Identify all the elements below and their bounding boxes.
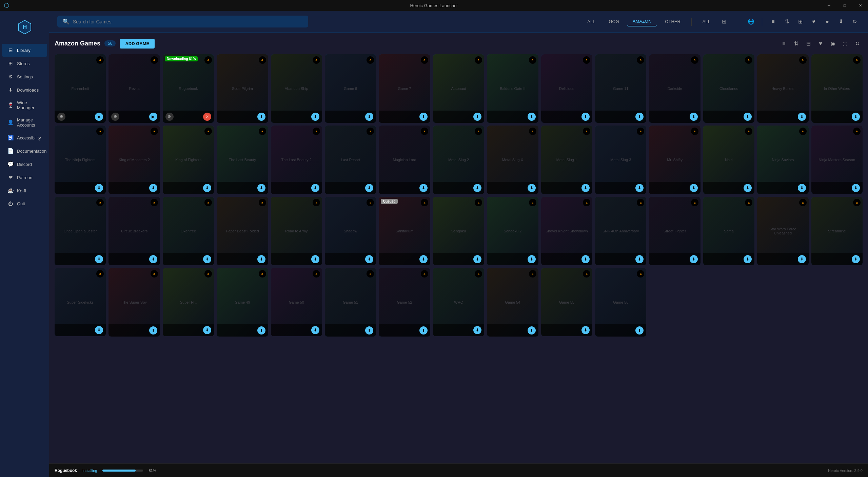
sidebar-item-quit[interactable]: ⏻Quit xyxy=(2,197,47,210)
filter-all[interactable]: ALL xyxy=(582,17,600,26)
compact-view-icon[interactable]: ⊟ xyxy=(803,38,814,49)
settings-button[interactable]: ⚙ xyxy=(165,113,174,121)
game-card[interactable]: Ninja Saviors a ⬇ xyxy=(757,126,808,194)
sidebar-item-manage-accounts[interactable]: 👤Manage Accounts xyxy=(2,114,47,131)
game-card[interactable]: Mr. Shifty a ⬇ xyxy=(649,126,700,194)
downloaded-icon[interactable]: ⬇ xyxy=(835,16,846,27)
download-button[interactable]: ⬇ xyxy=(635,113,644,121)
download-button[interactable]: ⬇ xyxy=(419,184,428,192)
download-button[interactable]: ⬇ xyxy=(311,113,319,121)
filter-other[interactable]: OTHER xyxy=(659,17,686,26)
download-button[interactable]: ⬇ xyxy=(690,255,698,263)
sidebar-item-discord[interactable]: 💬Discord xyxy=(2,158,47,171)
game-card[interactable]: Nairi a ⬇ xyxy=(703,126,754,194)
game-card[interactable]: Oxenfree a ⬇ xyxy=(163,197,214,265)
sidebar-item-library[interactable]: ⊟Library xyxy=(2,44,47,57)
game-card[interactable]: Game 52 a ⬇ xyxy=(379,268,430,337)
download-button[interactable]: ⬇ xyxy=(365,113,373,121)
filter-gog[interactable]: GOG xyxy=(603,17,624,26)
download-button[interactable]: ⬇ xyxy=(635,184,644,192)
add-game-button[interactable]: ADD GAME xyxy=(120,39,155,49)
download-button[interactable]: ⬇ xyxy=(95,326,103,334)
cancel-button[interactable]: ✕ xyxy=(203,113,211,121)
download-button[interactable]: ⬇ xyxy=(635,255,644,263)
download-button[interactable]: ⬇ xyxy=(311,255,319,263)
game-card[interactable]: Roguebook a Downloading 81% ⚙ ✕ xyxy=(163,54,214,123)
download-button[interactable]: ⬇ xyxy=(798,113,806,121)
game-card[interactable]: Sengoku 2 a ⬇ xyxy=(487,197,538,265)
sort-icon[interactable]: ⇅ xyxy=(781,16,792,27)
game-card[interactable]: Darkside a ⬇ xyxy=(649,54,700,123)
game-card[interactable]: Magician Lord a ⬇ xyxy=(379,126,430,194)
close-button[interactable]: ✕ xyxy=(852,0,868,11)
download-button[interactable]: ⬇ xyxy=(257,113,265,121)
download-button[interactable]: ⬇ xyxy=(419,326,428,335)
download-button[interactable]: ⬇ xyxy=(528,326,536,335)
sidebar-item-stores[interactable]: ⊞Stores xyxy=(2,57,47,70)
game-card[interactable]: Game 50 a ⬇ xyxy=(271,268,322,337)
download-button[interactable]: ⬇ xyxy=(419,255,428,263)
filter-amazon[interactable]: AMAZON xyxy=(627,17,657,26)
play-button[interactable]: ▶ xyxy=(149,113,157,121)
game-card[interactable]: Metal Slug 1 a ⬇ xyxy=(541,126,592,194)
game-card[interactable]: Delicious a ⬇ xyxy=(541,54,592,123)
installed-icon[interactable]: ● xyxy=(822,16,833,27)
download-button[interactable]: ⬇ xyxy=(528,113,536,121)
game-card[interactable]: Shovel Knight Showdown a ⬇ xyxy=(541,197,592,265)
download-button[interactable]: ⬇ xyxy=(581,326,590,334)
game-card[interactable]: Metal Slug 2 a ⬇ xyxy=(433,126,484,194)
download-button[interactable]: ⬇ xyxy=(852,113,860,121)
download-button[interactable]: ⬇ xyxy=(690,184,698,192)
download-button[interactable]: ⬇ xyxy=(203,326,211,334)
refresh-icon[interactable]: ↻ xyxy=(849,16,860,27)
game-card[interactable]: Revita a ⚙ ▶ xyxy=(108,54,160,123)
download-button[interactable]: ⬇ xyxy=(473,184,481,192)
game-card[interactable]: Super Sidekicks a ⬇ xyxy=(55,268,106,337)
download-button[interactable]: ⬇ xyxy=(419,113,428,121)
game-card[interactable]: Metal Slug X a ⬇ xyxy=(487,126,538,194)
sidebar-item-downloads[interactable]: ⬇Downloads xyxy=(2,83,47,96)
sidebar-item-documentation[interactable]: 📄Documentation xyxy=(2,145,47,157)
game-card[interactable]: Metal Slug 3 a ⬇ xyxy=(595,126,646,194)
download-button[interactable]: ⬇ xyxy=(149,255,157,263)
download-button[interactable]: ⬇ xyxy=(365,326,373,335)
game-card[interactable]: Game 7 a ⬇ xyxy=(379,54,430,123)
download-button[interactable]: ⬇ xyxy=(798,255,806,263)
game-card[interactable]: Baldur's Gate II a ⬇ xyxy=(487,54,538,123)
game-card[interactable]: Sanitarium a Queued ⬇ xyxy=(379,197,430,265)
filter-windows-icon[interactable]: ⊞ xyxy=(718,16,729,27)
download-button[interactable]: ⬇ xyxy=(257,326,265,335)
download-button[interactable]: ⬇ xyxy=(744,113,752,121)
game-card[interactable]: Game 56 a ⬇ xyxy=(595,268,646,337)
sort-view-icon[interactable]: ⇅ xyxy=(791,38,802,49)
game-card[interactable]: Game 55 a ⬇ xyxy=(541,268,592,337)
sidebar-item-accessibility[interactable]: ♿Accessibility xyxy=(2,131,47,144)
game-card[interactable]: Cloudlands a ⬇ xyxy=(703,54,754,123)
game-card[interactable]: Game 49 a ⬇ xyxy=(217,268,268,337)
game-card[interactable]: Streamline a ⬇ xyxy=(811,197,863,265)
sidebar-item-ko-fi[interactable]: ☕Ko-fi xyxy=(2,184,47,197)
game-card[interactable]: Circuit Breakers a ⬇ xyxy=(108,197,160,265)
game-card[interactable]: Road to Army a ⬇ xyxy=(271,197,322,265)
grid-icon[interactable]: ⊞ xyxy=(795,16,806,27)
minimize-button[interactable]: ─ xyxy=(821,0,837,11)
download-button[interactable]: ⬇ xyxy=(365,184,373,192)
game-card[interactable]: Super H... a ⬇ xyxy=(163,268,214,337)
download-button[interactable]: ⬇ xyxy=(852,255,860,263)
filter-linux-icon[interactable]: 🌐 xyxy=(746,16,756,27)
installed-filter-icon[interactable]: ◉ xyxy=(827,38,838,49)
download-button[interactable]: ⬇ xyxy=(744,255,752,263)
download-button[interactable]: ⬇ xyxy=(744,184,752,192)
game-card[interactable]: In Other Waters a ⬇ xyxy=(811,54,863,123)
download-button[interactable]: ⬇ xyxy=(311,326,319,334)
download-button[interactable]: ⬇ xyxy=(798,184,806,192)
sidebar-item-patreon[interactable]: ❤Patreon xyxy=(2,171,47,184)
download-button[interactable]: ⬇ xyxy=(581,113,590,121)
game-card[interactable]: Soma a ⬇ xyxy=(703,197,754,265)
search-box[interactable]: 🔍 xyxy=(57,16,308,27)
sidebar-item-wine-manager[interactable]: 🍷Wine Manager xyxy=(2,97,47,114)
game-card[interactable]: The Last Beauty 2 a ⬇ xyxy=(271,126,322,194)
filter-apple-icon[interactable] xyxy=(732,16,743,27)
game-card[interactable]: WRC a ⬇ xyxy=(433,268,484,337)
download-button[interactable]: ⬇ xyxy=(203,255,211,263)
